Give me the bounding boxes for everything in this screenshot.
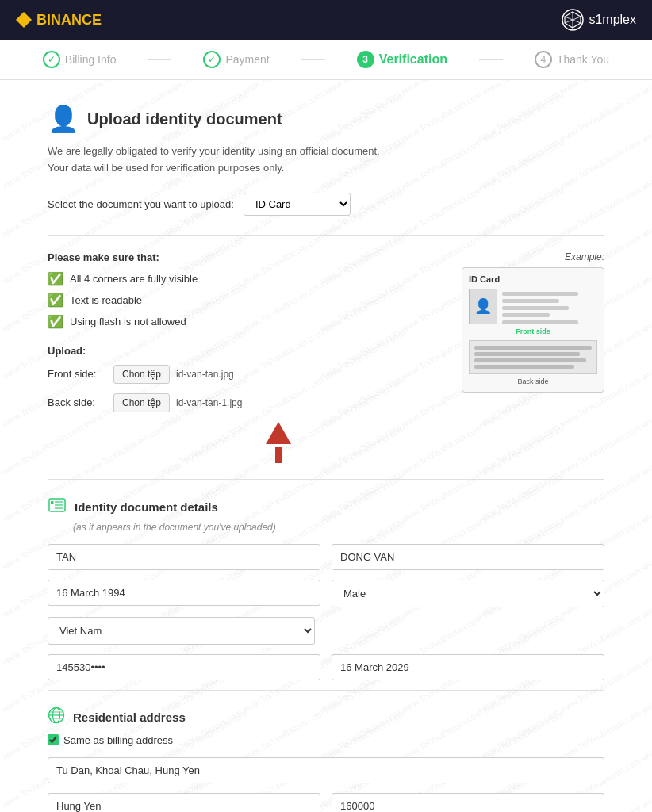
separator-2 bbox=[48, 479, 604, 480]
example-box: Example: ID Card 👤 Front side bbox=[462, 251, 604, 463]
step-thankyou[interactable]: 4 Thank You bbox=[535, 51, 609, 68]
dob-field bbox=[48, 580, 320, 607]
instruction-item-3: ✅ Using flash is not allowed bbox=[48, 314, 446, 329]
identity-icon bbox=[48, 496, 67, 519]
upload-desc-line2: Your data will be used for verification … bbox=[48, 162, 284, 174]
first-name-input[interactable] bbox=[48, 544, 320, 570]
header: BINANCE s1mplex bbox=[0, 0, 652, 40]
identity-section: Identity document details (as it appears… bbox=[48, 496, 604, 680]
front-file-name: id-van-tan.jpg bbox=[176, 369, 234, 380]
upload-section-desc: We are legally obligated to verify your … bbox=[48, 144, 604, 177]
upload-section-title: Upload identity document bbox=[87, 110, 282, 128]
id-line-4 bbox=[502, 313, 550, 317]
front-file-button[interactable]: Chon tệp bbox=[113, 365, 170, 384]
simplex-icon bbox=[562, 9, 584, 31]
same-billing-label: Same as billing address bbox=[63, 734, 173, 746]
instructions-left: Please make sure that: ✅ All 4 corners a… bbox=[48, 251, 446, 463]
simplex-label: s1mplex bbox=[589, 13, 636, 27]
id-card-front-label: Front side bbox=[469, 327, 597, 335]
id-card-title: ID Card bbox=[469, 274, 597, 284]
step-billing[interactable]: ✓ Billing Info bbox=[43, 51, 117, 68]
dob-input[interactable] bbox=[48, 580, 320, 606]
front-side-label: Front side: bbox=[48, 368, 107, 380]
city-zip-row bbox=[48, 793, 604, 812]
id-line-5 bbox=[502, 320, 578, 324]
country-select[interactable]: Viet Nam United States United Kingdom bbox=[48, 617, 315, 645]
identity-header: Identity document details bbox=[48, 496, 604, 519]
content-wrapper: 👤 Upload identity document We are legall… bbox=[48, 104, 604, 812]
id-back-line-2 bbox=[474, 352, 580, 356]
id-card-mock: ID Card 👤 Front side bbox=[462, 267, 604, 393]
id-card-back bbox=[469, 340, 597, 374]
id-card-front: 👤 bbox=[469, 289, 597, 324]
svg-rect-9 bbox=[51, 501, 54, 504]
id-line-3 bbox=[502, 306, 569, 310]
back-file-button[interactable]: Chon tệp bbox=[113, 393, 170, 412]
instruction-text-3: Using flash is not allowed bbox=[70, 316, 186, 327]
same-billing-checkbox[interactable] bbox=[48, 734, 59, 745]
city-input[interactable] bbox=[48, 793, 320, 812]
step-payment[interactable]: ✓ Payment bbox=[203, 51, 269, 68]
expiry-input[interactable] bbox=[332, 654, 604, 680]
address-input[interactable] bbox=[48, 757, 604, 783]
back-file-name: id-van-tan-1.jpg bbox=[176, 397, 242, 408]
id-card-back-label: Back side bbox=[469, 377, 597, 385]
first-name-field bbox=[48, 544, 320, 570]
instructions-title: Please make sure that: bbox=[48, 251, 446, 263]
main-content: (function(){ var texts = ["www.ToiYeuBit… bbox=[0, 80, 652, 812]
residential-section: Residential address Same as billing addr… bbox=[48, 707, 604, 812]
step-thankyou-num: 4 bbox=[535, 51, 552, 68]
example-label: Example: bbox=[462, 251, 604, 262]
simplex-logo: s1mplex bbox=[562, 9, 636, 31]
address-row bbox=[48, 757, 604, 783]
doc-select-label: Select the document you want to upload: bbox=[48, 198, 234, 210]
person-icon: 👤 bbox=[48, 104, 79, 134]
last-name-input[interactable] bbox=[332, 544, 604, 570]
last-name-field bbox=[332, 544, 604, 570]
step-verification-num: 3 bbox=[357, 51, 374, 68]
name-row bbox=[48, 544, 604, 570]
arrow-shaft bbox=[275, 447, 282, 463]
zip-input[interactable] bbox=[332, 793, 604, 812]
upload-title: Upload: bbox=[48, 345, 446, 357]
step-divider-3 bbox=[479, 59, 503, 60]
id-line-1 bbox=[502, 292, 578, 296]
id-number-field bbox=[48, 654, 320, 680]
back-side-label: Back side: bbox=[48, 396, 107, 408]
same-billing-row: Same as billing address bbox=[48, 734, 604, 746]
step-thankyou-label: Thank You bbox=[557, 53, 609, 66]
check-icon-1: ✅ bbox=[48, 271, 63, 286]
doc-type-select[interactable]: ID Card Passport Driver's License bbox=[244, 193, 351, 216]
check-icon-3: ✅ bbox=[48, 314, 63, 329]
id-back-line-1 bbox=[474, 346, 592, 350]
identity-title: Identity document details bbox=[75, 500, 218, 514]
step-verification-label: Verification bbox=[379, 52, 447, 67]
gender-select[interactable]: Male Female bbox=[332, 580, 604, 607]
binance-label: BINANCE bbox=[36, 12, 102, 29]
id-card-lines bbox=[502, 289, 597, 324]
residential-header: Residential address bbox=[48, 707, 604, 728]
step-verification[interactable]: 3 Verification bbox=[357, 51, 447, 68]
id-expiry-row bbox=[48, 654, 604, 680]
id-back-line-4 bbox=[474, 365, 574, 369]
address-field bbox=[48, 757, 604, 783]
back-upload-row: Back side: Chon tệp id-van-tan-1.jpg bbox=[48, 393, 446, 412]
id-number-input[interactable] bbox=[48, 654, 320, 680]
id-line-2 bbox=[502, 299, 559, 303]
id-card-photo: 👤 bbox=[469, 289, 497, 324]
arrow-up-icon bbox=[266, 422, 291, 444]
binance-logo: BINANCE bbox=[16, 12, 102, 29]
doc-select-row: Select the document you want to upload: … bbox=[48, 193, 604, 216]
check-icon-2: ✅ bbox=[48, 293, 63, 308]
instruction-item-1: ✅ All 4 corners are fully visible bbox=[48, 271, 446, 286]
country-row: Viet Nam United States United Kingdom bbox=[48, 617, 604, 645]
instruction-item-2: ✅ Text is readable bbox=[48, 293, 446, 308]
expiry-field bbox=[332, 654, 604, 680]
step-billing-label: Billing Info bbox=[65, 53, 117, 66]
upload-inputs-section: Upload: Front side: Chon tệp id-van-tan.… bbox=[48, 345, 446, 463]
dob-gender-row: Male Female bbox=[48, 580, 604, 607]
globe-icon bbox=[48, 707, 65, 728]
step-payment-label: Payment bbox=[225, 53, 269, 66]
binance-diamond-icon bbox=[16, 12, 32, 28]
separator-1 bbox=[48, 235, 604, 236]
